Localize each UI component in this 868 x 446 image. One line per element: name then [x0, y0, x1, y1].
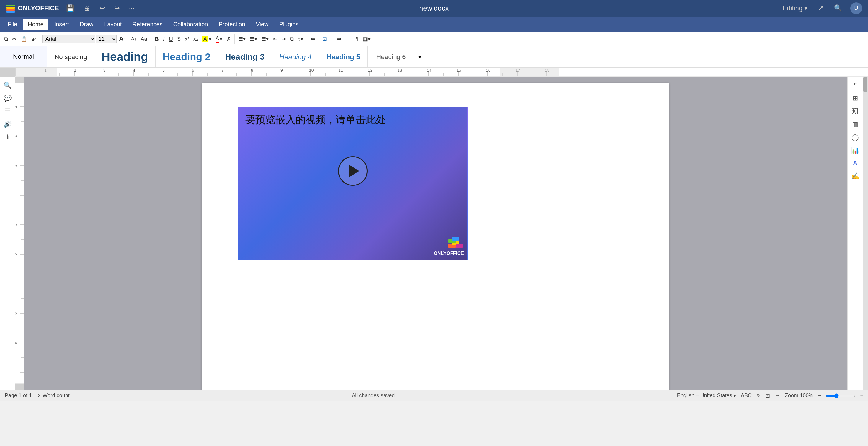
document-area[interactable]: 要预览嵌入的视频，请单击此处 ONLYOFFICE [24, 77, 847, 390]
main-layout: 🔍 💬 ☰ 🔊 ℹ [0, 77, 868, 390]
paste-button[interactable]: 📋 [19, 35, 29, 43]
multilevel-button[interactable]: ☰▾ [259, 35, 271, 43]
menu-references[interactable]: References [128, 19, 167, 30]
menu-collaboration[interactable]: Collaboration [168, 19, 213, 30]
right-shape-icon[interactable]: ◯ [849, 131, 861, 143]
style-heading5[interactable]: Heading 5 [319, 47, 368, 67]
style-more-button[interactable]: ▾ [415, 47, 425, 67]
numbering-button[interactable]: ☰▾ [248, 35, 259, 43]
menu-draw[interactable]: Draw [75, 19, 98, 30]
redo-button[interactable]: ↪ [112, 3, 122, 13]
style-heading3[interactable]: Heading 3 [218, 47, 272, 67]
increase-font-button[interactable]: A↑ [117, 34, 129, 44]
spell-check-icon[interactable]: ABC [741, 392, 752, 399]
font-family-select[interactable]: Arial [42, 35, 95, 43]
bullets-button[interactable]: ☰▾ [237, 35, 247, 43]
menu-insert[interactable]: Insert [50, 19, 74, 30]
cut-button[interactable]: ✂ [10, 35, 18, 43]
subscript-button[interactable]: x₂ [192, 35, 200, 43]
right-columns-icon[interactable]: ▥ [849, 118, 861, 130]
sep3 [235, 34, 235, 44]
menu-protection[interactable]: Protection [214, 19, 250, 30]
play-button[interactable] [338, 156, 368, 186]
right-chart-icon[interactable]: 📊 [849, 144, 861, 156]
svg-rect-4 [16, 68, 868, 77]
left-audio-icon[interactable]: 🔊 [2, 118, 13, 130]
font-size-select[interactable]: 11 [96, 35, 117, 43]
zoom-out-icon[interactable]: − [818, 392, 822, 399]
copy-button[interactable]: ⧉ [2, 35, 10, 43]
vertical-scrollbar[interactable] [863, 77, 868, 390]
style-heading4[interactable]: Heading 4 [272, 47, 319, 67]
increase-indent-button[interactable]: ⇥ [280, 35, 287, 43]
document-title: new.docx [419, 4, 449, 12]
menu-view[interactable]: View [251, 19, 273, 30]
undo-button[interactable]: ↩ [97, 3, 107, 13]
copy-style-button[interactable]: ⧉ [288, 35, 296, 43]
video-embed[interactable]: 要预览嵌入的视频，请单击此处 ONLYOFFICE [238, 107, 468, 260]
shading-button[interactable]: ▦▾ [361, 35, 372, 43]
right-paragraph-icon[interactable]: ¶ [849, 80, 861, 91]
fit-page-icon[interactable]: ⊡ [766, 392, 770, 399]
style-heading6[interactable]: Heading 6 [368, 47, 415, 67]
sep4 [307, 34, 307, 44]
svg-text:2: 2 [74, 68, 76, 73]
align-center-button[interactable]: ⊡≡ [321, 35, 332, 43]
align-left-button[interactable]: ⬅≡ [309, 35, 320, 43]
ruler-scale: 1 2 3 4 5 6 7 8 9 10 11 12 13 14 15 16 1… [16, 68, 868, 77]
right-image-icon[interactable]: 🖼 [849, 106, 861, 117]
track-changes-icon[interactable]: ✎ [756, 392, 761, 399]
right-sidebar: ¶ ⊞ 🖼 ▥ ◯ 📊 A ✍ [847, 77, 863, 390]
brand-text: ONLYOFFICE [434, 251, 464, 256]
change-case-button[interactable]: Aa [139, 35, 149, 43]
app-logo: ONLYOFFICE [6, 4, 59, 13]
clear-format-button[interactable]: ✗ [225, 35, 232, 43]
left-search-icon[interactable]: 🔍 [2, 80, 13, 91]
menu-file[interactable]: File [3, 19, 22, 30]
style-no-spacing[interactable]: No spacing [47, 47, 94, 67]
underline-button[interactable]: U [167, 35, 175, 44]
justify-button[interactable]: ≡≡ [344, 35, 354, 43]
strikethrough-button[interactable]: S [175, 35, 182, 43]
line-spacing-button[interactable]: ↕▾ [296, 35, 305, 43]
menu-layout[interactable]: Layout [99, 19, 126, 30]
left-comments-icon[interactable]: 💬 [2, 92, 13, 104]
right-signature-icon[interactable]: ✍ [849, 171, 861, 182]
left-headings-icon[interactable]: ☰ [2, 106, 13, 117]
font-color-button[interactable]: A▾ [214, 34, 224, 44]
left-info-icon[interactable]: ℹ [2, 131, 13, 143]
bold-button[interactable]: B [153, 35, 161, 44]
style-heading2[interactable]: Heading 2 [156, 47, 218, 67]
print-button[interactable]: 🖨 [81, 3, 92, 13]
menu-home[interactable]: Home [23, 19, 48, 30]
svg-rect-60 [16, 68, 57, 77]
word-count-label[interactable]: Σ Word count [38, 392, 70, 399]
fit-width-icon[interactable]: ↔ [775, 392, 780, 399]
right-textart-icon[interactable]: A [849, 157, 861, 169]
decrease-font-button[interactable]: A↓ [129, 35, 138, 43]
right-table-icon[interactable]: ⊞ [849, 92, 861, 104]
zoom-slider[interactable] [826, 393, 855, 398]
editing-button[interactable]: Editing ▾ [780, 3, 810, 13]
svg-text:2: 2 [16, 135, 18, 137]
highlight-button[interactable]: A▾ [200, 35, 213, 43]
title-bar-left: ONLYOFFICE 💾 🖨 ↩ ↪ ··· [6, 3, 137, 13]
align-right-button[interactable]: ≡➡ [332, 35, 343, 43]
italic-button[interactable]: I [161, 35, 166, 44]
sep2 [151, 34, 151, 44]
menu-plugins[interactable]: Plugins [275, 19, 304, 30]
more-button[interactable]: ··· [127, 3, 137, 13]
style-normal[interactable]: Normal [0, 47, 47, 67]
svg-rect-100 [452, 237, 459, 241]
language-selector[interactable]: English – United States ▾ [677, 392, 736, 399]
search-button[interactable]: 🔍 [832, 3, 844, 13]
superscript-button[interactable]: x² [183, 35, 191, 43]
save-button[interactable]: 💾 [64, 3, 76, 13]
zoom-in-icon[interactable]: + [860, 392, 863, 399]
paragraph-mark-button[interactable]: ¶ [354, 35, 361, 43]
expand-button[interactable]: ⤢ [816, 3, 826, 13]
vertical-ruler: 1 2 3 4 5 6 7 8 9 [16, 77, 24, 390]
format-painter-button[interactable]: 🖌 [30, 35, 38, 43]
style-heading1[interactable]: Heading [94, 47, 156, 67]
decrease-indent-button[interactable]: ⇤ [271, 35, 279, 43]
